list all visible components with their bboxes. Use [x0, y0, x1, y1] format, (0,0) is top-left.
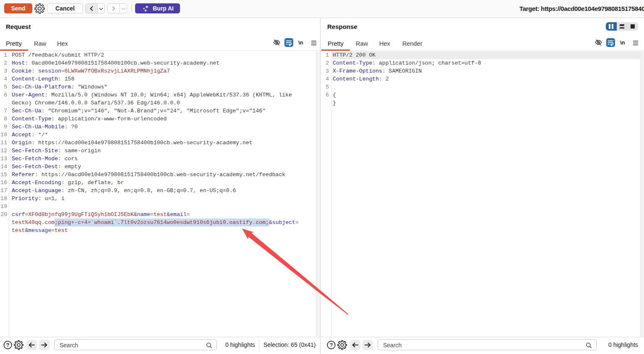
svg-text:?: ?: [6, 342, 10, 348]
svg-text:?: ?: [330, 342, 333, 348]
